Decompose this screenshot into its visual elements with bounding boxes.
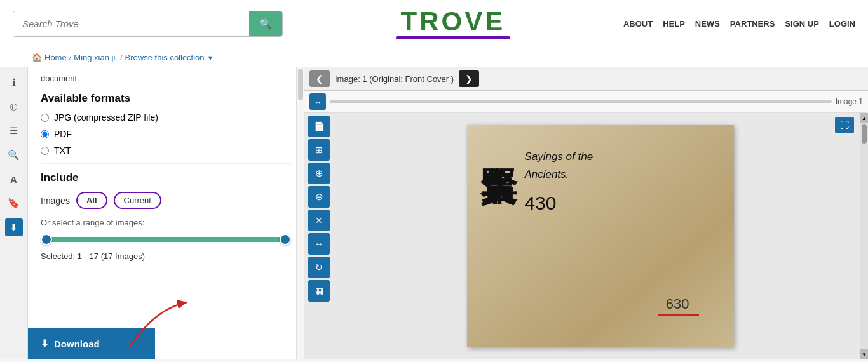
- copyright-icon[interactable]: ©: [5, 98, 23, 116]
- viewer-scroll-thumb: [862, 124, 867, 144]
- search-button[interactable]: 🔍: [249, 11, 282, 36]
- formats-title: Available formats: [41, 92, 291, 105]
- filter-current-btn[interactable]: Current: [114, 192, 161, 209]
- chevron-down-icon: ▼: [207, 54, 214, 62]
- breadcrumb-collection[interactable]: Ming xian ji.: [74, 53, 118, 62]
- viewer-toolbar: ❮ Image: 1 (Original: Front Cover ) ❯: [304, 67, 868, 91]
- search-box: 🔍: [13, 11, 283, 37]
- prev-page-btn[interactable]: ❮: [309, 70, 330, 87]
- browse-label: Browse this collection: [125, 53, 205, 62]
- breadcrumb-sep2: /: [120, 53, 123, 62]
- nav-news[interactable]: NEWS: [695, 19, 720, 29]
- format-jpg-label: JPG (compressed ZIP file): [54, 112, 158, 123]
- format-txt-radio[interactable]: [41, 147, 49, 155]
- format-pdf-radio[interactable]: [41, 130, 49, 138]
- book-cover: 名賢集 Sayings of the Ancients. 430 630: [467, 125, 734, 347]
- nav-links: ABOUT HELP NEWS PARTNERS SIGN UP LOGIN: [623, 19, 855, 29]
- tool-zoomout-btn[interactable]: ⊖: [308, 186, 330, 208]
- font-icon[interactable]: A: [5, 170, 23, 188]
- logo: TROVE: [401, 8, 506, 35]
- search-icon: 🔍: [259, 18, 272, 29]
- book-red-underline: [658, 314, 699, 316]
- home-icon: 🏠: [32, 53, 42, 62]
- download-label: Download: [54, 339, 100, 349]
- info-icon[interactable]: ℹ: [5, 74, 23, 91]
- viewer-panel: ❮ Image: 1 (Original: Front Cover ) ❯ ↔ …: [304, 67, 868, 359]
- viewer-slider-bar: ↔ Image 1: [304, 91, 868, 113]
- image-label: Image: 1 (Original: Front Cover ): [335, 74, 454, 84]
- tool-document-btn[interactable]: 📄: [308, 116, 330, 137]
- main-layout: ℹ © ☰ 🔍 A 🔖 ⬇ document. Available format…: [0, 67, 868, 359]
- format-jpg: JPG (compressed ZIP file): [41, 112, 291, 123]
- slider-track: [47, 237, 285, 242]
- book-english-line1: Sayings of the: [524, 151, 593, 163]
- include-title: Include: [41, 171, 291, 184]
- left-panel: document. Available formats JPG (compres…: [28, 67, 304, 359]
- nav-about[interactable]: ABOUT: [623, 19, 653, 29]
- viewer-side-tools: 📄 ⊞ ⊕ ⊖ ✕ ↔ ↻ ▦: [308, 116, 330, 302]
- divider1: [41, 163, 291, 164]
- scroll-up-btn[interactable]: ▲: [860, 113, 868, 123]
- tool-width-btn[interactable]: ↔: [308, 233, 330, 255]
- breadcrumb-browse[interactable]: Browse this collection ▼: [125, 53, 214, 62]
- nav-help[interactable]: HELP: [663, 19, 685, 29]
- range-slider: [47, 232, 285, 246]
- slider-handle-right[interactable]: [280, 234, 291, 245]
- download-sidebar-icon[interactable]: ⬇: [5, 218, 23, 236]
- nav-partners[interactable]: PARTNERS: [730, 19, 775, 29]
- book-english-line2: Ancients.: [524, 168, 593, 181]
- header: 🔍 TROVE ABOUT HELP NEWS PARTNERS SIGN UP…: [0, 0, 868, 48]
- format-txt-label: TXT: [54, 145, 71, 156]
- images-label: Images: [41, 196, 70, 206]
- document-text: document.: [41, 74, 291, 83]
- viewer-image-area: 📄 ⊞ ⊕ ⊖ ✕ ↔ ↻ ▦ 名賢集 Sayings of the Ancie…: [304, 113, 868, 359]
- sidebar-search-icon[interactable]: 🔍: [5, 146, 23, 164]
- bookmark-icon[interactable]: 🔖: [5, 194, 23, 212]
- download-area: ⬇ Download: [28, 328, 155, 359]
- download-button[interactable]: ⬇ Download: [28, 328, 155, 359]
- search-input[interactable]: [13, 12, 249, 36]
- format-jpg-radio[interactable]: [41, 114, 49, 122]
- slider-bar-icon[interactable]: ↔: [309, 93, 326, 110]
- fullscreen-btn[interactable]: ⛶: [835, 117, 854, 133]
- tool-grid-btn[interactable]: ⊞: [308, 139, 330, 161]
- download-icon: ⬇: [41, 338, 49, 349]
- list-icon[interactable]: ☰: [5, 122, 23, 140]
- book-number: 430: [524, 192, 593, 214]
- logo-underline: [396, 36, 510, 39]
- breadcrumb-home[interactable]: Home: [44, 53, 67, 62]
- next-page-btn[interactable]: ❯: [459, 70, 479, 87]
- format-pdf: PDF: [41, 129, 291, 139]
- selected-text: Selected: 1 - 17 (17 Images): [41, 251, 291, 261]
- left-sidebar: ℹ © ☰ 🔍 A 🔖 ⬇: [0, 67, 28, 359]
- scroll-down-btn[interactable]: ▼: [860, 349, 868, 359]
- range-label: Or select a range of images:: [41, 218, 291, 227]
- panel-content: document. Available formats JPG (compres…: [28, 67, 304, 359]
- scroll-thumb: [298, 69, 303, 100]
- filter-all-btn[interactable]: All: [76, 192, 107, 209]
- tool-gallery-btn[interactable]: ▦: [308, 280, 330, 302]
- nav-signup[interactable]: SIGN UP: [785, 19, 818, 29]
- slider-handle-left[interactable]: [41, 234, 52, 245]
- format-pdf-label: PDF: [54, 129, 72, 139]
- slider-bar-track[interactable]: [330, 100, 832, 103]
- book-bottom-number: 630: [666, 296, 689, 312]
- tool-fit-btn[interactable]: ✕: [308, 210, 330, 231]
- images-row: Images All Current: [41, 192, 291, 209]
- panel-scrollbar[interactable]: [296, 67, 304, 359]
- tool-rotate-btn[interactable]: ↻: [308, 257, 330, 278]
- book-text-area: Sayings of the Ancients. 430: [524, 138, 593, 335]
- tool-zoomin-btn[interactable]: ⊕: [308, 163, 330, 184]
- viewer-scrollbar[interactable]: ▲ ▼: [860, 113, 868, 359]
- breadcrumb: 🏠 Home / Ming xian ji. / Browse this col…: [0, 48, 868, 67]
- chinese-characters: 名賢集: [480, 138, 519, 335]
- format-txt: TXT: [41, 145, 291, 156]
- nav-login[interactable]: LOGIN: [829, 19, 855, 29]
- breadcrumb-sep1: /: [69, 53, 72, 62]
- slider-bar-label: Image 1: [836, 97, 863, 106]
- logo-area: TROVE: [283, 8, 623, 39]
